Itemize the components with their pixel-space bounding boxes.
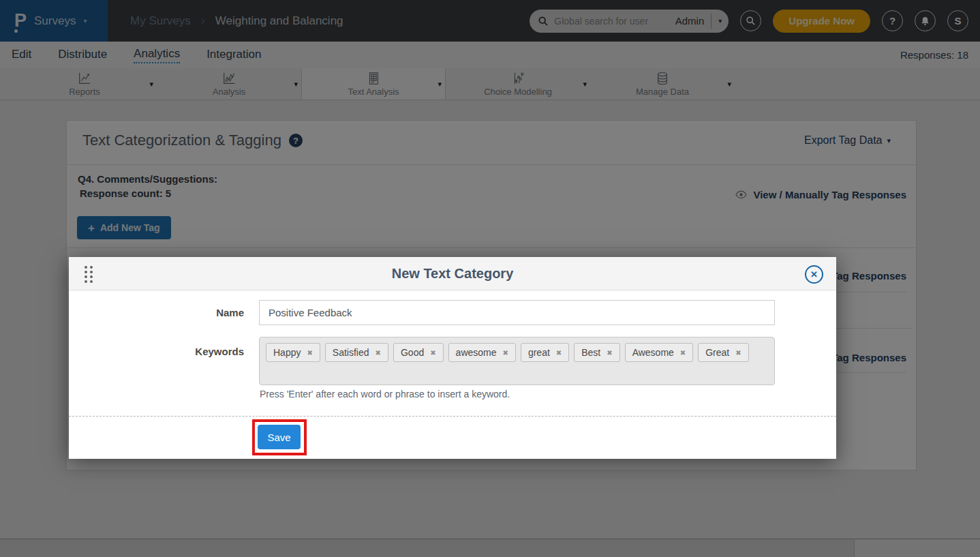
drag-handle-icon[interactable] (85, 266, 93, 283)
close-icon: ✕ (810, 269, 818, 280)
dashed-divider (69, 416, 836, 417)
keyword-chip: Happy ✖ (266, 343, 320, 362)
app-window: P Surveys ▾ My Surveys › Weighting and B… (0, 0, 980, 557)
keywords-label: Keywords (108, 346, 244, 357)
keyword-label: Great (705, 347, 729, 358)
keyword-chip: Awesome ✖ (625, 343, 694, 362)
close-button[interactable]: ✕ (805, 265, 823, 284)
keyword-chip: great ✖ (521, 343, 569, 362)
remove-keyword-icon[interactable]: ✖ (680, 349, 686, 357)
remove-keyword-icon[interactable]: ✖ (503, 349, 508, 357)
keyword-chip: Satisfied ✖ (325, 343, 388, 362)
name-label: Name (108, 307, 244, 318)
remove-keyword-icon[interactable]: ✖ (307, 349, 312, 357)
keywords-input-box[interactable]: Happy ✖ Satisfied ✖ Good ✖ awesome ✖ gre… (259, 337, 775, 385)
keyword-label: Happy (273, 347, 301, 358)
modal-title: New Text Category (392, 266, 514, 282)
keyword-chip: Great ✖ (698, 343, 748, 362)
save-button[interactable]: Save (258, 425, 301, 449)
keyword-hint: Press 'Enter' after each word or phrase … (260, 389, 510, 400)
remove-keyword-icon[interactable]: ✖ (607, 349, 612, 357)
remove-keyword-icon[interactable]: ✖ (556, 349, 562, 357)
keyword-chip: awesome ✖ (448, 343, 516, 362)
keyword-label: Awesome (632, 347, 674, 358)
new-text-category-modal: New Text Category ✕ Name Keywords Happy … (69, 257, 836, 459)
keyword-label: Best (581, 347, 600, 358)
keyword-chip: Good ✖ (393, 343, 444, 362)
remove-keyword-icon[interactable]: ✖ (430, 349, 435, 357)
remove-keyword-icon[interactable]: ✖ (735, 349, 741, 357)
keyword-label: great (528, 347, 550, 358)
remove-keyword-icon[interactable]: ✖ (376, 349, 381, 357)
keyword-label: Good (401, 347, 424, 358)
keyword-chip: Best ✖ (574, 343, 619, 362)
keyword-label: awesome (456, 347, 497, 358)
keyword-label: Satisfied (333, 347, 369, 358)
name-input[interactable] (259, 300, 775, 325)
modal-header: New Text Category ✕ (69, 257, 836, 290)
